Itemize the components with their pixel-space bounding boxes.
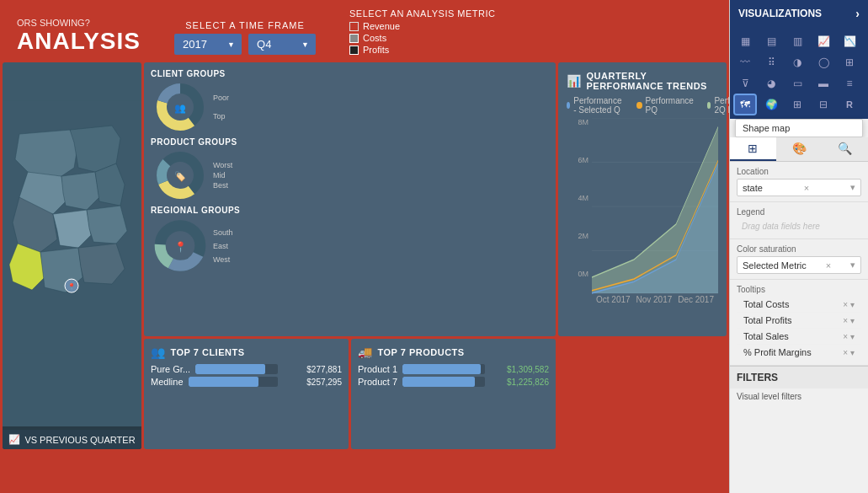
viz-icon-map-shape[interactable]: 🗺 [735,95,755,114]
viz-icon-bar[interactable]: ▦ [735,32,755,51]
legend-dot-1 [567,102,570,109]
client-bar-fill-2 [189,377,258,387]
viz-expand-icon[interactable]: › [855,7,860,20]
regional-donut-svg: 📍 [151,218,210,273]
tooltip-costs-dropdown[interactable]: ▾ [850,300,855,309]
metric-revenue[interactable]: Revenue [349,21,495,31]
chart-icon-small: 📈 [8,434,20,445]
regional-donut-wrap: 📍 South East West [151,218,549,273]
product-bar-fill-2 [402,377,475,387]
clients-panel: 👥 TOP 7 CLIENTS Pure Gr... $277,881 Medl… [144,339,349,449]
viz-icon-treemap[interactable]: ⊞ [839,53,860,72]
tooltips-label: Tooltips [737,285,861,294]
product-bar-fill-1 [402,364,481,374]
viz-icon-donut[interactable]: ◯ [813,53,833,72]
south-label: South [213,228,233,237]
viz-icon-ribbon[interactable]: 〰 [735,53,755,72]
client-row-1: Pure Gr... $277,881 [151,364,342,374]
vs-previous-label: 📈 VS PREVIOUS QUARTER [3,430,141,449]
color-dropdown-btn[interactable]: ▾ [850,260,855,271]
metric-profits[interactable]: Profits [349,45,495,55]
location-value: state × ▾ [737,179,861,196]
tooltip-profit-margins-label: % Profit Margins [743,347,843,357]
clients-title: 👥 TOP 7 CLIENTS [151,346,342,359]
color-remove-btn[interactable]: × [826,260,831,271]
tooltip-total-sales-label: Total Sales [743,331,843,341]
viz-icon-gauge[interactable]: ◕ [761,74,781,93]
product-donut-svg: 🏷️ [151,150,210,201]
profits-label: Profits [363,45,389,55]
x-label-oct: Oct 2017 [596,295,631,304]
tab-format[interactable]: 🎨 [776,137,823,161]
trend-title: 📊 QUARTERLY PERFORMANCE TRENDS [567,71,718,91]
x-axis-labels: Oct 2017 Nov 2017 Dec 2017 [592,295,718,304]
y-label-4m: 4M [578,194,588,202]
svg-marker-8 [87,206,127,244]
location-dropdown-btn[interactable]: ▾ [850,182,855,193]
viz-icon-funnel[interactable]: ⊽ [735,74,755,93]
metric-costs[interactable]: Costs [349,33,495,43]
legend-selected-q: Performance - Selected Q [567,96,625,115]
location-label: Location [737,167,861,176]
dashboard-header: ORS SHOWING? ANALYSIS SELECT A TIME FRAM… [0,0,729,60]
product-row-2: Product 7 $1,225,826 [358,377,549,387]
viz-icon-slicer[interactable]: ≡ [839,74,860,93]
y-label-2m: 2M [578,232,588,240]
tooltip-profit-margins: % Profit Margins × ▾ [737,345,861,360]
tooltip-costs-remove[interactable]: × [843,300,848,309]
tooltip-profits-dropdown[interactable]: ▾ [850,316,855,325]
svg-text:🏷️: 🏷️ [174,170,186,182]
year-dropdown[interactable]: 2017 [174,34,242,55]
tooltip-margins-dropdown[interactable]: ▾ [850,348,855,357]
viz-icon-r[interactable]: R [839,95,860,114]
viz-icon-table[interactable]: ⊞ [787,95,807,114]
map-panel: 📍 South Central 📈 VS PREVIOUS QUARTER [3,62,141,449]
tooltip-profits-remove[interactable]: × [843,316,848,325]
worst-label: Worst [213,161,232,169]
regional-groups-title: REGIONAL GROUPS [151,206,549,215]
viz-icon-bar-100[interactable]: ▥ [787,32,807,51]
viz-icon-map-filled[interactable]: 🌍 [761,95,781,114]
viz-icon-matrix[interactable]: ⊟ [813,95,833,114]
revenue-label: Revenue [363,21,400,31]
quarter-dropdown[interactable]: Q4 [248,34,316,55]
viz-icon-card[interactable]: ▭ [787,74,807,93]
client-bar-fill-1 [195,364,265,374]
header-center: SELECT A TIME FRAME 2017 Q4 [174,20,316,55]
shape-map-tooltip: Shape map [735,119,863,137]
legend-2q-prior: Performance 2Q Prior [707,96,730,115]
east-label: East [213,242,233,250]
costs-checkbox [349,34,359,43]
tooltip-margins-actions: × ▾ [843,348,855,357]
trend-legend: Performance - Selected Q Performance PQ … [567,96,718,115]
mid-label: Mid [213,171,232,180]
product-groups-title: PRODUCT GROUPS [151,137,549,147]
tooltip-margins-remove[interactable]: × [843,348,848,357]
tooltip-total-costs-label: Total Costs [743,299,843,309]
viz-icon-pie[interactable]: ◑ [787,53,807,72]
x-label-dec: Dec 2017 [678,295,714,304]
x-label-nov: Nov 2017 [636,295,672,304]
tooltip-total-profits: Total Profits × ▾ [737,313,861,329]
legend-dot-2 [636,102,642,109]
bottom-grid: 👥 TOP 7 CLIENTS Pure Gr... $277,881 Medl… [144,339,556,449]
revenue-checkbox [349,22,359,31]
viz-icon-line[interactable]: 📈 [813,32,833,51]
time-frame-label: SELECT A TIME FRAME [185,20,304,30]
client-donut-svg: 👥 [151,82,210,132]
viz-icon-stacked-bar[interactable]: ▤ [761,32,781,51]
tab-analytics[interactable]: 🔍 [822,137,868,161]
viz-icon-area[interactable]: 📉 [839,32,860,51]
dash-main: 📍 South Central 📈 VS PREVIOUS QUARTER 📊 … [0,60,729,452]
header-left: ORS SHOWING? ANALYSIS [17,18,141,55]
tooltip-sales-dropdown[interactable]: ▾ [850,332,855,341]
viz-icon-scatter[interactable]: ⠿ [761,53,781,72]
location-remove-btn[interactable]: × [804,183,809,193]
client-val-1: $277,881 [283,365,342,374]
tooltip-sales-remove[interactable]: × [843,332,848,341]
tab-fields[interactable]: ⊞ [730,137,776,161]
legend-dot-3 [707,102,711,109]
viz-icon-kpi[interactable]: ▬ [813,74,833,93]
product-donut-labels: Worst Mid Best [213,161,232,190]
svg-text:📍: 📍 [174,240,187,253]
